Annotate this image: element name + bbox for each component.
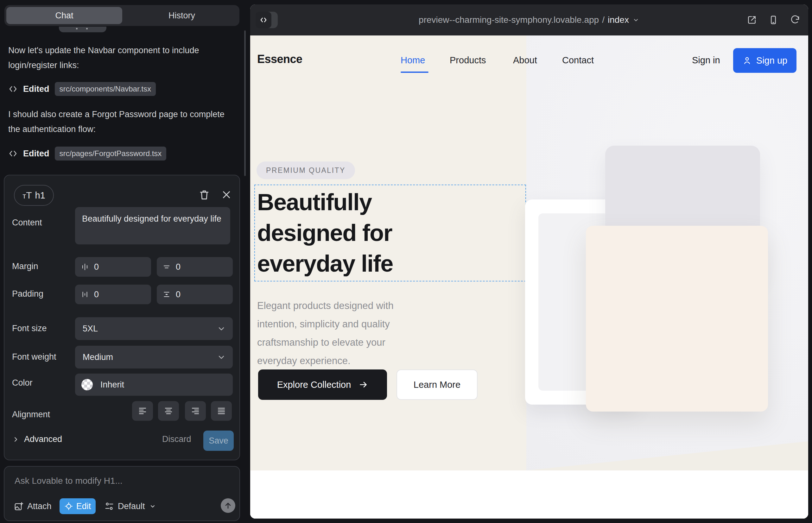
section-below-hero	[250, 470, 808, 519]
file-badge[interactable]: src/components/Navbar.tsx	[55, 82, 156, 96]
font-size-value: 5XL	[83, 324, 98, 334]
align-justify-button[interactable]	[211, 401, 232, 421]
scrolled-message-peek	[59, 26, 106, 32]
browser-actions	[747, 4, 800, 35]
padding-vertical-icon	[162, 290, 171, 299]
assistant-message: Now let's update the Navbar component to…	[8, 43, 230, 73]
code-icon	[8, 84, 18, 94]
chat-input-box: Attach Edit Default	[4, 466, 240, 521]
image-plus-icon	[14, 502, 23, 511]
close-icon[interactable]	[220, 189, 232, 201]
nav-link-home[interactable]: Home	[401, 55, 425, 66]
margin-horizontal-icon	[81, 263, 89, 271]
padding-x-input[interactable]: 0	[75, 285, 151, 304]
sign-up-button[interactable]: Sign up	[733, 48, 796, 73]
tab-chat[interactable]: Chat	[6, 7, 122, 24]
site-logo[interactable]: Essence	[257, 53, 302, 66]
align-left-button[interactable]	[132, 401, 153, 421]
discard-button[interactable]: Discard	[162, 434, 191, 444]
color-value: Inherit	[100, 380, 124, 390]
selected-element-pill[interactable]: тT h1	[14, 185, 54, 206]
save-button[interactable]: Save	[203, 431, 234, 451]
content-textarea[interactable]: Beautifully designed for everyday life	[75, 207, 230, 245]
tab-history[interactable]: History	[124, 5, 240, 26]
hero-subtext: Elegant products designed with intention…	[257, 296, 417, 370]
align-right-button[interactable]	[185, 401, 206, 421]
padding-horizontal-icon	[81, 290, 89, 299]
hero-headline[interactable]: Beautifully designed for everyday life	[257, 187, 441, 279]
edited-file-row: Edited src/pages/ForgotPassword.tsx	[8, 146, 166, 161]
edited-label: Edited	[23, 149, 49, 159]
code-icon	[8, 149, 18, 158]
preview-browser-frame: preview--charming-site-symphony.lovable.…	[250, 4, 808, 519]
arrow-right-icon	[358, 380, 368, 390]
margin-label: Margin	[12, 262, 38, 271]
user-icon	[742, 56, 752, 65]
refresh-icon[interactable]	[790, 15, 800, 25]
explore-collection-button[interactable]: Explore Collection	[258, 369, 387, 400]
attach-label: Attach	[27, 502, 52, 511]
padding-y-value: 0	[176, 290, 180, 300]
sliders-icon	[105, 502, 114, 511]
advanced-toggle[interactable]: Advanced	[12, 434, 62, 444]
url-bar[interactable]: preview--charming-site-symphony.lovable.…	[250, 4, 808, 35]
element-tag: h1	[35, 190, 45, 201]
align-center-button[interactable]	[158, 401, 179, 421]
decorative-card-cream	[586, 226, 768, 412]
edited-label: Edited	[23, 84, 49, 94]
chevron-down-icon	[149, 502, 156, 510]
target-icon	[64, 502, 73, 511]
mobile-view-icon[interactable]	[768, 15, 778, 25]
chat-sidebar: Chat History Now let's update the Navbar…	[0, 0, 246, 523]
margin-x-value: 0	[94, 262, 99, 272]
attach-button[interactable]: Attach	[14, 498, 52, 514]
advanced-label: Advanced	[24, 434, 62, 444]
type-icon: тT	[22, 190, 32, 201]
open-external-icon[interactable]	[747, 15, 757, 25]
learn-more-button[interactable]: Learn More	[396, 369, 478, 400]
margin-y-input[interactable]: 0	[157, 257, 233, 277]
model-selector[interactable]: Default	[105, 498, 156, 514]
chevron-right-icon	[12, 436, 20, 443]
delete-element-button[interactable]	[198, 189, 210, 201]
code-icon[interactable]	[255, 12, 271, 28]
nav-link-about[interactable]: About	[513, 55, 537, 66]
font-size-select[interactable]: 5XL	[75, 317, 233, 340]
sidebar-tabs: Chat History	[4, 5, 240, 26]
content-label: Content	[12, 218, 42, 228]
url-page: index	[608, 15, 629, 25]
lovable-editor-window: Chat History Now let's update the Navbar…	[0, 0, 812, 523]
font-weight-value: Medium	[83, 353, 113, 362]
nav-link-products[interactable]: Products	[450, 55, 486, 66]
hero-section: Essence Home Products About Contact Sign…	[250, 35, 808, 470]
edited-file-row: Edited src/components/Navbar.tsx	[8, 82, 156, 96]
send-button[interactable]	[221, 498, 235, 513]
chat-scrollbar[interactable]	[244, 30, 246, 176]
assistant-message: I should also create a Forgot Password p…	[8, 107, 230, 137]
color-select[interactable]: Inherit	[75, 374, 233, 396]
chevron-down-icon[interactable]	[632, 16, 640, 24]
edit-mode-button[interactable]: Edit	[59, 498, 96, 514]
default-label: Default	[118, 502, 145, 511]
margin-x-input[interactable]: 0	[75, 257, 151, 277]
chevron-down-icon	[217, 324, 226, 333]
sign-in-link[interactable]: Sign in	[692, 55, 720, 66]
font-weight-select[interactable]: Medium	[75, 346, 233, 368]
font-weight-label: Font weight	[12, 352, 56, 362]
explore-collection-label: Explore Collection	[277, 380, 351, 390]
url-host: preview--charming-site-symphony.lovable.…	[419, 15, 599, 25]
url-separator: /	[602, 15, 604, 25]
margin-y-value: 0	[176, 262, 180, 272]
color-label: Color	[12, 378, 33, 388]
file-badge[interactable]: src/pages/ForgotPassword.tsx	[55, 147, 166, 161]
padding-y-input[interactable]: 0	[157, 285, 233, 304]
edit-label: Edit	[76, 502, 91, 511]
site-viewport: Essence Home Products About Contact Sign…	[250, 35, 808, 519]
sign-up-label: Sign up	[756, 55, 787, 66]
nav-link-contact[interactable]: Contact	[562, 55, 594, 66]
code-preview-toggle[interactable]	[255, 12, 278, 28]
active-nav-underline	[401, 72, 428, 73]
chevron-down-icon	[217, 353, 226, 362]
font-size-label: Font size	[12, 324, 47, 333]
chat-input[interactable]	[14, 475, 224, 486]
